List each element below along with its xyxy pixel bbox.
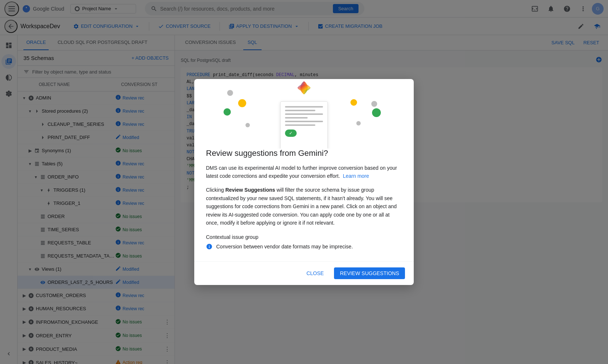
document-box: ✓ <box>280 101 328 149</box>
modal-close-button[interactable]: CLOSE <box>301 267 330 279</box>
modal-desc2: Clicking Review Suggestions will filter … <box>206 186 402 227</box>
modal-overlay: ✓ Review suggestions from Gemini? DMS ca… <box>0 0 608 364</box>
modal-body: Review suggestions from Gemini? DMS can … <box>194 149 414 262</box>
issue-text: Conversion between vendor date formats m… <box>216 243 353 251</box>
doc-check-icon: ✓ <box>285 130 297 137</box>
modal-issue-item: Conversion between vendor date formats m… <box>206 243 402 252</box>
dot-6 <box>372 108 381 117</box>
dot-1 <box>227 90 233 96</box>
modal-dialog: ✓ Review suggestions from Gemini? DMS ca… <box>194 79 414 285</box>
modal-title: Review suggestions from Gemini? <box>206 149 402 158</box>
doc-illustration: ✓ <box>280 79 328 149</box>
modal-footer: CLOSE REVIEW SUGGESTIONS <box>194 261 414 285</box>
dot-5 <box>224 108 231 116</box>
modal-desc: DMS can use its experimental AI model to… <box>206 164 402 180</box>
modal-illustration: ✓ <box>194 79 414 149</box>
gemini-logo <box>294 79 314 99</box>
learn-more-link[interactable]: Learn more <box>343 173 369 179</box>
dot-8 <box>356 121 361 125</box>
dot-3 <box>238 99 246 107</box>
dot-2 <box>371 101 377 107</box>
issue-info-icon <box>206 243 213 252</box>
dot-4 <box>350 99 357 106</box>
modal-section-title: Contextual issue group <box>206 234 402 240</box>
dot-7 <box>245 123 250 127</box>
modal-review-suggestions-button[interactable]: REVIEW SUGGESTIONS <box>334 267 405 279</box>
